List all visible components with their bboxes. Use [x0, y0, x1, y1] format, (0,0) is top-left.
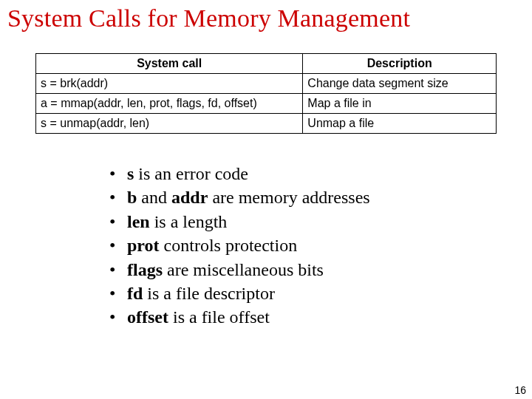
bullet-icon: •: [109, 185, 127, 209]
bullet-icon: •: [109, 233, 127, 257]
bullet-icon: •: [109, 162, 127, 185]
header-description: Description: [303, 54, 497, 74]
list-item: • b and addr are memory addresses: [109, 185, 532, 209]
slide: System Calls for Memory Management Syste…: [0, 0, 532, 399]
table-row: s = brk(addr) Change data segment size: [36, 74, 497, 94]
cell-desc: Change data segment size: [303, 74, 497, 94]
slide-title: System Calls for Memory Management: [0, 0, 532, 33]
list-item: • offset is a file offset: [109, 305, 532, 329]
bullet-text: s is an error code: [127, 162, 248, 185]
page-number: 16: [514, 384, 526, 396]
table-header-row: System call Description: [36, 54, 497, 74]
bullet-text: len is a length: [127, 210, 227, 233]
table-row: a = mmap(addr, len, prot, flags, fd, off…: [36, 94, 497, 114]
bullet-text: prot controls protection: [127, 233, 297, 257]
cell-desc: Map a file in: [303, 94, 497, 114]
bullet-list: • s is an error code • b and addr are me…: [109, 162, 532, 330]
bullet-icon: •: [109, 282, 127, 305]
list-item: • prot controls protection: [109, 233, 532, 257]
cell-call: a = mmap(addr, len, prot, flags, fd, off…: [36, 94, 303, 114]
table-row: s = unmap(addr, len) Unmap a file: [36, 114, 497, 134]
bullet-icon: •: [109, 305, 127, 329]
list-item: • fd is a file descriptor: [109, 282, 532, 305]
bullet-text: offset is a file offset: [127, 305, 270, 329]
syscall-table-wrap: System call Description s = brk(addr) Ch…: [35, 53, 497, 134]
header-system-call: System call: [36, 54, 303, 74]
cell-call: s = brk(addr): [36, 74, 303, 94]
bullet-icon: •: [109, 210, 127, 233]
list-item: • s is an error code: [109, 162, 532, 185]
syscall-table: System call Description s = brk(addr) Ch…: [35, 53, 497, 134]
bullet-icon: •: [109, 258, 127, 282]
bullet-text: flags are miscellaneous bits: [127, 258, 324, 282]
cell-desc: Unmap a file: [303, 114, 497, 134]
list-item: • len is a length: [109, 210, 532, 233]
list-item: • flags are miscellaneous bits: [109, 258, 532, 282]
bullet-text: fd is a file descriptor: [127, 282, 275, 305]
bullet-text: b and addr are memory addresses: [127, 185, 370, 209]
cell-call: s = unmap(addr, len): [36, 114, 303, 134]
